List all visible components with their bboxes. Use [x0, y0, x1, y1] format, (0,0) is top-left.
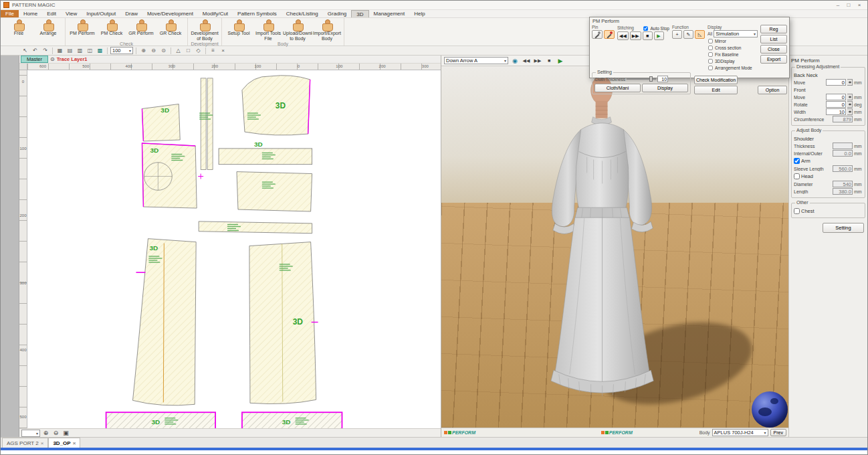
delete-icon[interactable]: × [219, 47, 227, 55]
fix-baseline-checkbox[interactable] [708, 52, 713, 57]
layer-tab-master[interactable]: Master [21, 56, 48, 63]
head-checkbox[interactable] [794, 173, 800, 179]
reg-button[interactable]: Reg [760, 25, 787, 33]
pattern-canvas[interactable]: 3D 3D [27, 70, 441, 428]
rows-icon[interactable]: ▤ [66, 47, 74, 55]
arm-checkbox[interactable] [794, 158, 800, 164]
option-button[interactable]: Option [758, 86, 787, 94]
list-button[interactable]: List [760, 35, 787, 43]
document-tab-active[interactable]: 3D_OP× [48, 438, 80, 448]
select-arrow-icon[interactable]: ↖ [21, 47, 29, 55]
prev-button[interactable]: Prev [770, 429, 786, 436]
menu-grading[interactable]: Grading [323, 10, 351, 17]
grid-icon[interactable]: ▦ [56, 47, 64, 55]
minimize-button[interactable]: – [833, 2, 843, 8]
cloth-thickness-value[interactable]: 10 [657, 76, 668, 82]
pattern-piece-strips[interactable] [199, 78, 213, 170]
pattern-piece-band-top[interactable]: 3D [219, 141, 312, 165]
auto-stop-checkbox[interactable] [644, 26, 649, 31]
slider-thumb[interactable] [649, 76, 653, 82]
menu-home[interactable]: Home [19, 10, 42, 17]
setting-button[interactable]: Setting [823, 223, 864, 233]
move-pin-icon[interactable]: + [672, 30, 682, 39]
view-preset-select[interactable]: Down Arrow A▾ [444, 57, 508, 64]
cross-section-checkbox[interactable] [708, 46, 713, 50]
zoom-level-select[interactable]: 100▾ [110, 47, 133, 54]
pattern-piece-bodice-small[interactable]: 3D [142, 104, 180, 141]
angle-tool-icon[interactable]: ◺ [695, 30, 705, 39]
hatch-icon[interactable]: ▩ [96, 47, 104, 55]
menu-draw[interactable]: Draw [120, 10, 142, 17]
pattern-piece-belt-right[interactable]: 3D [242, 412, 342, 428]
rectangle-tool-icon[interactable]: □ [184, 47, 193, 55]
spinner-control[interactable] [847, 79, 853, 86]
menu-view[interactable]: View [61, 10, 82, 17]
play-button[interactable]: ▶ [556, 56, 565, 65]
ribbon-import-export-body-button[interactable]: Import/Export Body [312, 19, 342, 41]
stop-button[interactable]: ■ [544, 56, 554, 65]
navigation-sphere[interactable] [752, 391, 788, 428]
close-button[interactable]: Close [760, 45, 787, 54]
snapshot-icon[interactable]: ◉ [510, 56, 520, 65]
ribbon-gr-check-button[interactable]: GR Check [156, 19, 185, 41]
pattern-piece-bodice-front[interactable]: 3D [142, 143, 203, 208]
mirror-checkbox[interactable] [708, 39, 713, 43]
ribbon-import-tools-file-button[interactable]: Import Tools File [253, 19, 283, 41]
chest-checkbox[interactable] [794, 208, 800, 214]
pm-perform-dialog[interactable]: PM Perform Pin Stitching Auto Stop ◀◀ ▶▶… [589, 17, 790, 78]
list-icon[interactable]: ≡ [209, 47, 217, 55]
zoom-fit-icon[interactable]: ▣ [62, 430, 70, 436]
fast-forward-button[interactable]: ▶▶ [533, 56, 542, 65]
close-icon[interactable]: × [41, 440, 44, 446]
pattern-piece-band-long[interactable] [199, 221, 312, 234]
zoom-preset-select[interactable]: ▾ [21, 430, 40, 437]
close-button[interactable]: × [854, 2, 865, 8]
menu-file[interactable]: File [1, 10, 19, 17]
front-rotate-input[interactable]: 0 [826, 101, 846, 108]
front-move-input[interactable]: 0 [826, 94, 846, 100]
columns-icon[interactable]: ▥ [76, 47, 84, 55]
maximize-button[interactable]: □ [843, 2, 854, 8]
fast-forward-button[interactable]: ▶▶ [630, 31, 641, 40]
ribbon-development-of-body-button[interactable]: Development of Body [190, 19, 219, 41]
menu-pattern-symbols[interactable]: Pattern Symbols [233, 10, 282, 17]
overlay-icon[interactable]: ◫ [86, 47, 94, 55]
menu-management[interactable]: Management [369, 10, 410, 17]
display-button[interactable]: Display [642, 84, 688, 92]
arrangement-mode-checkbox[interactable] [708, 66, 713, 70]
3d-viewport[interactable] [441, 66, 788, 428]
spinner-control[interactable] [847, 94, 853, 100]
play-button[interactable]: ▶ [654, 31, 664, 40]
zoom-out-icon[interactable]: ⊖ [149, 47, 158, 55]
stop-button[interactable]: ■ [643, 31, 653, 40]
edit-button[interactable]: Edit [694, 86, 738, 94]
dress-model[interactable] [441, 66, 788, 428]
ribbon-upload-download-body-button[interactable]: Upload/Download to Body [283, 19, 312, 41]
ribbon-pm-check-button[interactable]: PM Check [97, 19, 126, 41]
menu-check-listing[interactable]: Check/Listing [282, 10, 323, 17]
close-icon[interactable]: × [73, 440, 76, 446]
zoom-out-icon[interactable]: ⊖ [51, 430, 60, 436]
menu-modify-cut[interactable]: Modify/Cut [198, 10, 233, 17]
cloth-thickness-slider[interactable] [627, 76, 656, 82]
ribbon-gr-perform-button[interactable]: GR Perform [126, 19, 156, 41]
pattern-piece-mid-panel[interactable] [237, 172, 312, 211]
eye-icon[interactable]: ⊙ [50, 56, 55, 62]
document-tab[interactable]: AGS PORT 2× [2, 438, 48, 448]
diamond-tool-icon[interactable]: ◇ [194, 47, 203, 55]
cloth-mani-button[interactable]: Cloth/Mani [594, 84, 641, 92]
check-modification-button[interactable]: Check Modification [694, 76, 738, 84]
triangle-tool-icon[interactable]: △ [174, 47, 183, 55]
front-width-input[interactable]: 10 [826, 108, 846, 115]
zoom-in-icon[interactable]: ⊕ [41, 430, 50, 436]
pattern-piece-back-yoke[interactable]: 3D [242, 76, 310, 135]
menu-edit[interactable]: Edit [42, 10, 61, 17]
zoom-in-icon[interactable]: ⊕ [139, 47, 148, 55]
3d-display-checkbox[interactable] [708, 59, 713, 64]
menu-move-development[interactable]: Move/Development [142, 10, 198, 17]
undo-icon[interactable]: ↶ [31, 47, 39, 55]
target-icon[interactable]: ⊙ [159, 47, 168, 55]
spinner-control[interactable] [847, 101, 853, 108]
pin-tool-button[interactable] [592, 30, 603, 39]
pin-red-tool-button[interactable] [604, 30, 615, 39]
